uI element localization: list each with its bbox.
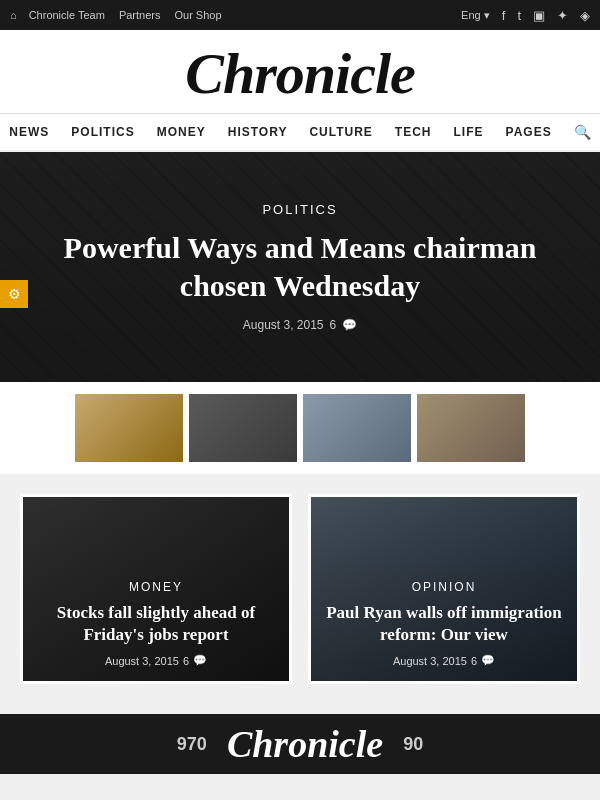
nav-news[interactable]: NEWS bbox=[9, 125, 49, 139]
settings-icon: ⚙ bbox=[8, 286, 21, 302]
card-money-content: Money Stocks fall slightly ahead of Frid… bbox=[23, 497, 289, 681]
facebook-icon[interactable]: f bbox=[502, 8, 506, 23]
hero-content: Politics Powerful Ways and Means chairma… bbox=[0, 202, 600, 332]
top-bar: ⌂ Chronicle Team Partners Our Shop Eng ▾… bbox=[0, 0, 600, 30]
card-opinion-category: Opinion bbox=[325, 580, 563, 594]
nav-history[interactable]: HISTORY bbox=[228, 125, 288, 139]
thumbnail-strip bbox=[0, 382, 600, 474]
search-icon[interactable]: 🔍 bbox=[574, 124, 591, 140]
card-money-comment-icon: 💬 bbox=[193, 654, 207, 667]
hero-date: August 3, 2015 bbox=[243, 318, 324, 332]
hero-comments: 6 bbox=[330, 318, 337, 332]
top-bar-right: Eng ▾ f t ▣ ✦ ◈ bbox=[461, 8, 590, 23]
top-link-shop[interactable]: Our Shop bbox=[174, 9, 221, 21]
hero-section: Politics Powerful Ways and Means chairma… bbox=[0, 152, 600, 382]
card-opinion-content: Opinion Paul Ryan walls off immigration … bbox=[311, 497, 577, 681]
language-selector[interactable]: Eng ▾ bbox=[461, 9, 490, 22]
nav-culture[interactable]: CULTURE bbox=[309, 125, 372, 139]
nav-tech[interactable]: TECH bbox=[395, 125, 432, 139]
twitter-icon[interactable]: t bbox=[517, 8, 521, 23]
thumbnail-4[interactable] bbox=[417, 394, 525, 462]
hero-title[interactable]: Powerful Ways and Means chairman chosen … bbox=[40, 229, 560, 304]
instagram-icon[interactable]: ▣ bbox=[533, 8, 545, 23]
settings-button[interactable]: ⚙ bbox=[0, 280, 28, 308]
card-money-comments: 6 bbox=[183, 655, 189, 667]
hero-meta: August 3, 2015 6 💬 bbox=[40, 318, 560, 332]
comment-icon: 💬 bbox=[342, 318, 357, 332]
nav-life[interactable]: LIFE bbox=[454, 125, 484, 139]
googleplus-icon[interactable]: ✦ bbox=[557, 8, 568, 23]
footer-site-title: Chronicle bbox=[227, 722, 383, 766]
footer-num1: 970 bbox=[177, 734, 207, 755]
footer-bar: 970 Chronicle 90 bbox=[0, 714, 600, 774]
card-opinion-meta: August 3, 2015 6 💬 bbox=[325, 654, 563, 667]
rss-icon[interactable]: ◈ bbox=[580, 8, 590, 23]
card-money[interactable]: Money Stocks fall slightly ahead of Frid… bbox=[20, 494, 292, 684]
thumbnail-3[interactable] bbox=[303, 394, 411, 462]
home-icon[interactable]: ⌂ bbox=[10, 9, 17, 21]
cards-section: Money Stocks fall slightly ahead of Frid… bbox=[0, 474, 600, 704]
nav-politics[interactable]: POLITICS bbox=[71, 125, 134, 139]
main-nav: NEWS POLITICS MONEY HISTORY CULTURE TECH… bbox=[0, 114, 600, 152]
hero-category: Politics bbox=[40, 202, 560, 217]
thumbnail-2[interactable] bbox=[189, 394, 297, 462]
card-opinion-comment-icon: 💬 bbox=[481, 654, 495, 667]
top-links: Chronicle Team Partners Our Shop bbox=[29, 9, 461, 21]
site-header: Chronicle bbox=[0, 30, 600, 114]
nav-money[interactable]: MONEY bbox=[157, 125, 206, 139]
top-link-partners[interactable]: Partners bbox=[119, 9, 161, 21]
top-link-chronicle[interactable]: Chronicle Team bbox=[29, 9, 105, 21]
card-opinion-date: August 3, 2015 bbox=[393, 655, 467, 667]
card-opinion-title[interactable]: Paul Ryan walls off immigration reform: … bbox=[325, 602, 563, 646]
site-title: Chronicle bbox=[0, 45, 600, 103]
card-money-meta: August 3, 2015 6 💬 bbox=[37, 654, 275, 667]
card-money-title[interactable]: Stocks fall slightly ahead of Friday's j… bbox=[37, 602, 275, 646]
card-opinion-comments: 6 bbox=[471, 655, 477, 667]
card-money-date: August 3, 2015 bbox=[105, 655, 179, 667]
card-money-category: Money bbox=[37, 580, 275, 594]
card-opinion[interactable]: Opinion Paul Ryan walls off immigration … bbox=[308, 494, 580, 684]
thumbnail-1[interactable] bbox=[75, 394, 183, 462]
nav-pages[interactable]: PAGES bbox=[506, 125, 552, 139]
footer-num2: 90 bbox=[403, 734, 423, 755]
